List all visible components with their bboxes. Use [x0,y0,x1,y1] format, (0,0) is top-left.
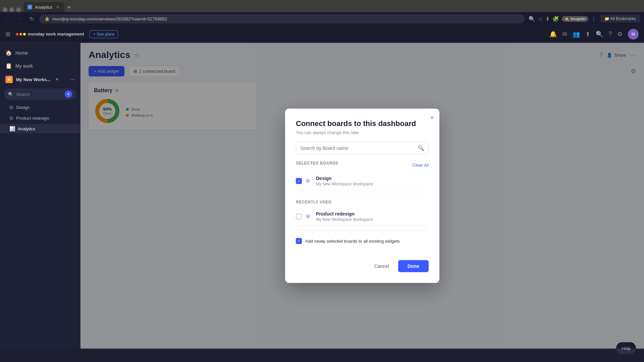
product-board-name: Product redesign [316,211,373,217]
workspace-avatar: M [5,76,13,83]
cancel-button[interactable]: Cancel [369,260,394,272]
menu-icon[interactable]: ⋮ [591,16,596,22]
design-checkbox[interactable]: ✓ [296,178,302,184]
board-icon-design: ⊞ [9,105,13,110]
product-board-info: Product redesign My New Workspace Worksp… [316,211,373,222]
clear-all-button[interactable]: Clear All [413,163,429,168]
product-redesign-checkbox[interactable] [296,214,302,220]
board-search-input[interactable] [300,145,415,151]
workspace-more-icon[interactable]: ⋯ [70,77,75,82]
address-bar: ← → ↻ 🔒 moodjoy.monday.com/overviews/263… [0,12,644,25]
sidebar-search-icon: 🔍 [8,92,13,97]
add-boards-label: Add newly selected boards to all existin… [305,239,400,244]
extension-icon[interactable]: 🧩 [552,16,559,22]
browser-forward-btn[interactable] [9,7,14,12]
modal-title: Connect boards to this dashboard [296,119,429,128]
modal-subtitle: You can always change this later [296,130,429,135]
refresh-button[interactable]: ↻ [28,14,35,23]
board-label-design: Design [16,105,30,110]
tab-bar: A Analytics × + [0,0,644,12]
product-board-workspace: My New Workspace Workspace [316,217,373,222]
add-boards-checkbox[interactable]: ✓ [296,238,302,244]
modal-footer: Cancel Done [296,255,429,272]
workspace-name: My New Works... [16,77,50,82]
browser-tab-analytics[interactable]: A Analytics × [23,2,64,12]
forward-button[interactable]: → [16,14,24,23]
modal-overlay[interactable]: × Connect boards to this dashboard You c… [80,43,644,349]
board-label-product: Product redesign [16,116,49,121]
board-icon-analytics: 📊 [9,126,15,131]
back-button[interactable]: ← [4,14,12,23]
browser-back-btn[interactable] [3,7,7,12]
tab-close-button[interactable]: × [55,4,60,10]
board-icon-product: ⊞ [9,115,13,121]
design-board-icon: ⊞ [306,178,312,184]
done-button[interactable]: Done [398,260,429,272]
notification-icon[interactable]: 🔔 [549,31,557,38]
sidebar-board-product-redesign[interactable]: ⊞ Product redesign [0,113,80,123]
home-icon: 🏠 [5,50,12,56]
logo-dots [16,33,26,36]
workspace-header[interactable]: M My New Works... ▼ ⋯ [0,73,80,86]
incognito-badge: 🕵 Incognito [562,16,588,22]
sidebar-add-button[interactable]: + [65,90,72,98]
inbox-icon[interactable]: ✉ [562,31,567,38]
app-container: ⊞ monday work management + See plans 🔔 ✉… [0,25,644,349]
logo-dot-orange [19,33,22,36]
user-avatar[interactable]: M [628,29,639,40]
browser-actions: 🔍 ☆ ⬇ 🧩 🕵 Incognito ⋮ [529,16,596,22]
see-plans-button[interactable]: + See plans [90,30,118,38]
people-icon[interactable]: 👥 [573,31,580,38]
search-nav-icon[interactable]: 🔍 [596,31,603,38]
sidebar-board-analytics[interactable]: 📊 Analytics [0,124,80,133]
app-grid-icon[interactable]: ⊞ [5,31,10,38]
board-search-box: 🔍 [296,142,429,154]
logo-dot-red [16,33,18,36]
add-boards-divider [296,230,429,231]
design-board-info: Design My New Workspace Workspace [316,176,373,186]
modal-close-button[interactable]: × [430,114,434,122]
search-icon[interactable]: 🔍 [529,16,535,22]
sidebar-item-home[interactable]: 🏠 Home [0,47,80,59]
design-board-workspace: My New Workspace Workspace [316,182,373,186]
sidebar-search[interactable]: 🔍 Search + [4,88,76,100]
monday-logo: monday work management [16,32,84,37]
design-board-name: Design [316,176,373,181]
connect-boards-modal: × Connect boards to this dashboard You c… [285,109,439,283]
upload-icon[interactable]: ⬆ [585,31,590,38]
tab-favicon: A [28,5,32,9]
sidebar-search-text: Search [16,92,30,97]
recently-used-product-redesign[interactable]: ⊞ Product redesign My New Workspace Work… [296,208,429,226]
help-nav-icon[interactable]: ? [608,31,612,38]
sidebar-mywork-label: My work [15,63,33,69]
sidebar: 🏠 Home 📋 My work M My New Works... ▼ ⋯ 🔍… [0,43,80,349]
bookmark-icon[interactable]: ☆ [538,16,543,22]
selected-boards-section-header: Selected Boards Clear All [296,161,429,169]
browser-tabs-btn[interactable] [16,7,21,12]
content-area: Analytics ☆ ? 👤 Share ⋯ + Add widget ⊞ 1… [80,43,644,349]
url-text: moodjoy.monday.com/overviews/263362?user… [52,16,167,21]
tab-title: Analytics [35,5,52,10]
new-tab-button[interactable]: + [64,3,74,12]
browser-chrome: A Analytics × + ← → ↻ 🔒 moodjoy.monday.c… [0,0,644,25]
sidebar-home-label: Home [15,50,28,56]
add-boards-row[interactable]: ✓ Add newly selected boards to all exist… [296,235,429,247]
section-divider [296,195,429,195]
board-label-analytics: Analytics [18,126,35,131]
settings-nav-icon[interactable]: ⚙ [617,31,623,38]
sidebar-board-design[interactable]: ⊞ Design [0,103,80,112]
mywork-icon: 📋 [5,63,12,69]
selected-boards-label: Selected Boards [296,161,338,166]
selected-board-design[interactable]: ✓ ⊞ Design My New Workspace Workspace [296,172,429,190]
url-bar[interactable]: 🔒 moodjoy.monday.com/overviews/263362?us… [39,14,525,23]
download-icon[interactable]: ⬇ [545,16,550,22]
top-nav: ⊞ monday work management + See plans 🔔 ✉… [0,25,644,43]
bookmarks-bar[interactable]: 📁 All Bookmarks [600,15,640,22]
lock-icon: 🔒 [45,16,50,21]
workspace-chevron: ▼ [55,77,59,82]
recently-used-label: Recently Used [296,200,429,204]
product-board-icon: ⊞ [306,214,312,220]
sidebar-item-mywork[interactable]: 📋 My work [0,60,80,72]
search-icon: 🔍 [418,145,424,151]
main-area: 🏠 Home 📋 My work M My New Works... ▼ ⋯ 🔍… [0,43,644,349]
